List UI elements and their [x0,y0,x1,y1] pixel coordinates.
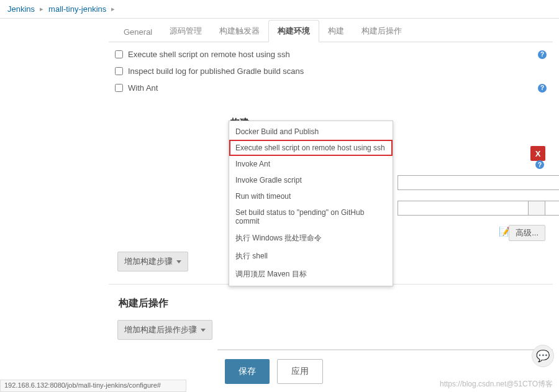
breadcrumb-project[interactable]: mall-tiny-jenkins [48,4,106,14]
tab-scm[interactable]: 源码管理 [161,21,211,42]
add-post-build-step-button[interactable]: 增加构建后操作步骤 [117,320,212,340]
checkbox-with-ant[interactable] [115,84,123,92]
menu-item-run-timeout[interactable]: Run with timeout [229,188,393,204]
menu-item-invoke-gradle[interactable]: Invoke Gradle script [229,172,393,188]
add-post-build-step-label: 增加构建后操作步骤 [124,324,197,335]
delete-step-button[interactable]: X [530,146,545,161]
ssh-site-select[interactable] [398,175,559,190]
checkbox-ssh[interactable] [115,50,123,58]
label-ssh: Execute shell script on remote host usin… [128,50,290,59]
section-title-post-build: 构建后操作 [117,291,544,314]
status-bar-url: 192.168.6.132:8080/job/mall-tiny-jenkins… [0,380,186,392]
menu-item-github-pending[interactable]: Set build status to "pending" on GitHub … [229,204,393,229]
menu-item-invoke-ant[interactable]: Invoke Ant [229,156,393,172]
apply-button[interactable]: 应用 [277,359,323,384]
label-gradle-scans: Inspect build log for published Gradle b… [128,66,304,76]
expand-button[interactable] [528,201,545,216]
menu-item-ssh-shell[interactable]: Execute shell script on remote host usin… [229,140,393,156]
chevron-right-icon: ▸ [40,5,43,13]
menu-item-maven-top[interactable]: 调用顶层 Maven 目标 [229,265,393,283]
chevron-down-icon [176,260,181,263]
tab-triggers[interactable]: 构建触发器 [211,21,268,42]
breadcrumb-root[interactable]: Jenkins [7,4,35,14]
help-icon[interactable]: ? [535,160,544,169]
sidebar [0,19,109,391]
watermark: https://blog.csdn.net@51CTO博客 [440,379,553,390]
menu-item-docker[interactable]: Docker Build and Publish [229,124,393,140]
add-build-step-button[interactable]: 增加构建步骤 [117,252,188,271]
add-build-step-menu: Docker Build and Publish Execute shell s… [229,121,393,286]
chevron-down-icon [201,329,206,332]
save-button[interactable]: 保存 [225,359,270,384]
add-build-step-label: 增加构建步骤 [124,256,173,267]
tab-build[interactable]: 构建 [319,21,353,42]
breadcrumb: Jenkins ▸ mall-tiny-jenkins ▸ [0,0,559,19]
menu-item-windows-batch[interactable]: 执行 Windows 批处理命令 [229,229,393,247]
build-env-section: Execute shell script on remote host usin… [109,42,553,103]
menu-item-exec-shell[interactable]: 执行 shell [229,247,393,265]
tab-build-env[interactable]: 构建环境 [268,20,319,42]
tab-general[interactable]: General [115,22,161,42]
tab-bar: General 源码管理 构建触发器 构建环境 构建 构建后操作 [109,19,553,42]
chevron-right-icon: ▸ [111,5,115,13]
help-icon[interactable]: ? [538,84,547,93]
label-with-ant: With Ant [128,83,158,93]
advanced-button[interactable]: 高级... [509,225,545,241]
tab-post-build[interactable]: 构建后操作 [353,21,411,42]
wechat-icon[interactable]: 💬 [532,345,554,367]
checkbox-gradle-scans[interactable] [115,67,123,75]
config-content: General 源码管理 构建触发器 构建环境 构建 构建后操作 Execute… [109,19,559,391]
help-icon[interactable]: ? [538,50,547,59]
